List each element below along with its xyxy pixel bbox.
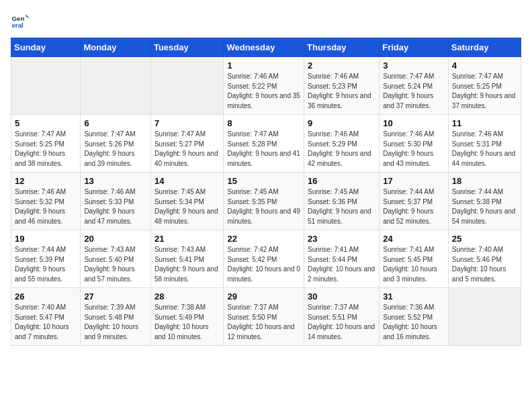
day-number: 17 [383,176,445,186]
day-number: 28 [154,291,220,302]
cell-info: Sunrise: 7:47 AMSunset: 5:26 PMDaylight:… [84,130,135,167]
logo: Gen eral [11,11,31,30]
calendar-cell: 26 Sunrise: 7:40 AMSunset: 5:47 PMDaylig… [11,288,81,346]
weekday-header-monday: Monday [81,38,151,57]
day-number: 23 [308,234,375,244]
calendar-cell: 25 Sunrise: 7:40 AMSunset: 5:46 PMDaylig… [448,230,521,288]
calendar-cell: 1 Sunrise: 7:46 AMSunset: 5:22 PMDayligh… [224,57,304,115]
svg-text:eral: eral [11,21,24,29]
day-number: 3 [383,60,445,71]
cell-info: Sunrise: 7:47 AMSunset: 5:28 PMDaylight:… [227,130,300,167]
calendar-cell: 19 Sunrise: 7:44 AMSunset: 5:39 PMDaylig… [11,230,81,288]
day-number: 27 [84,291,147,302]
day-number: 25 [452,234,517,244]
weekday-header-tuesday: Tuesday [150,38,224,57]
calendar-cell: 15 Sunrise: 7:45 AMSunset: 5:35 PMDaylig… [224,173,304,230]
calendar-cell: 6 Sunrise: 7:47 AMSunset: 5:26 PMDayligh… [81,115,151,173]
calendar-cell: 30 Sunrise: 7:37 AMSunset: 5:51 PMDaylig… [304,288,380,346]
calendar-cell: 7 Sunrise: 7:47 AMSunset: 5:27 PMDayligh… [150,115,224,173]
day-number: 21 [154,234,220,244]
day-number: 10 [383,118,445,128]
day-number: 6 [84,118,147,128]
calendar-cell: 23 Sunrise: 7:41 AMSunset: 5:44 PMDaylig… [304,230,380,288]
day-number: 19 [15,234,77,244]
calendar-cell: 21 Sunrise: 7:43 AMSunset: 5:41 PMDaylig… [150,230,224,288]
cell-info: Sunrise: 7:36 AMSunset: 5:52 PMDaylight:… [383,304,437,340]
day-number: 12 [15,176,77,186]
day-number: 16 [308,176,375,186]
calendar-cell [11,57,81,115]
calendar-cell [81,57,151,115]
calendar-cell [150,57,224,115]
calendar-cell: 17 Sunrise: 7:44 AMSunset: 5:37 PMDaylig… [380,173,449,230]
day-number: 2 [308,60,375,71]
weekday-header-row: SundayMondayTuesdayWednesdayThursdayFrid… [11,38,521,57]
cell-info: Sunrise: 7:45 AMSunset: 5:36 PMDaylight:… [308,188,371,225]
day-number: 29 [227,291,300,302]
calendar-table: SundayMondayTuesdayWednesdayThursdayFrid… [11,38,521,346]
cell-info: Sunrise: 7:43 AMSunset: 5:40 PMDaylight:… [84,246,135,283]
day-number: 7 [154,118,220,128]
cell-info: Sunrise: 7:42 AMSunset: 5:42 PMDaylight:… [227,246,300,283]
calendar-cell: 11 Sunrise: 7:46 AMSunset: 5:31 PMDaylig… [448,115,521,173]
cell-info: Sunrise: 7:40 AMSunset: 5:47 PMDaylight:… [15,304,69,340]
day-number: 24 [383,234,445,244]
page-header: Gen eral [11,11,521,30]
cell-info: Sunrise: 7:46 AMSunset: 5:23 PMDaylight:… [308,73,371,109]
cell-info: Sunrise: 7:43 AMSunset: 5:41 PMDaylight:… [154,246,218,283]
cell-info: Sunrise: 7:46 AMSunset: 5:29 PMDaylight:… [308,130,371,167]
day-number: 30 [308,291,375,302]
weekday-header-wednesday: Wednesday [224,38,304,57]
cell-info: Sunrise: 7:41 AMSunset: 5:45 PMDaylight:… [383,246,437,283]
calendar-cell: 29 Sunrise: 7:37 AMSunset: 5:50 PMDaylig… [224,288,304,346]
calendar-cell: 4 Sunrise: 7:47 AMSunset: 5:25 PMDayligh… [448,57,521,115]
day-number: 31 [383,291,445,302]
calendar-cell: 22 Sunrise: 7:42 AMSunset: 5:42 PMDaylig… [224,230,304,288]
cell-info: Sunrise: 7:47 AMSunset: 5:25 PMDaylight:… [452,73,516,109]
svg-marker-2 [26,15,30,19]
day-number: 22 [227,234,300,244]
calendar-cell: 5 Sunrise: 7:47 AMSunset: 5:25 PMDayligh… [11,115,81,173]
cell-info: Sunrise: 7:44 AMSunset: 5:39 PMDaylight:… [15,246,66,283]
calendar-week-row: 19 Sunrise: 7:44 AMSunset: 5:39 PMDaylig… [11,230,521,288]
cell-info: Sunrise: 7:45 AMSunset: 5:35 PMDaylight:… [227,188,300,225]
calendar-cell: 2 Sunrise: 7:46 AMSunset: 5:23 PMDayligh… [304,57,380,115]
calendar-week-row: 1 Sunrise: 7:46 AMSunset: 5:22 PMDayligh… [11,57,521,115]
cell-info: Sunrise: 7:47 AMSunset: 5:27 PMDaylight:… [154,130,218,167]
day-number: 13 [84,176,147,186]
day-number: 8 [227,118,300,128]
calendar-cell: 12 Sunrise: 7:46 AMSunset: 5:32 PMDaylig… [11,173,81,230]
cell-info: Sunrise: 7:44 AMSunset: 5:38 PMDaylight:… [452,188,516,225]
calendar-cell: 10 Sunrise: 7:46 AMSunset: 5:30 PMDaylig… [380,115,449,173]
cell-info: Sunrise: 7:41 AMSunset: 5:44 PMDaylight:… [308,246,375,283]
calendar-cell: 9 Sunrise: 7:46 AMSunset: 5:29 PMDayligh… [304,115,380,173]
day-number: 1 [227,60,300,71]
cell-info: Sunrise: 7:46 AMSunset: 5:32 PMDaylight:… [15,188,66,225]
day-number: 14 [154,176,220,186]
day-number: 18 [452,176,517,186]
cell-info: Sunrise: 7:47 AMSunset: 5:24 PMDaylight:… [383,73,434,109]
cell-info: Sunrise: 7:38 AMSunset: 5:49 PMDaylight:… [154,304,209,340]
weekday-header-friday: Friday [380,38,449,57]
cell-info: Sunrise: 7:45 AMSunset: 5:34 PMDaylight:… [154,188,218,225]
calendar-cell: 14 Sunrise: 7:45 AMSunset: 5:34 PMDaylig… [150,173,224,230]
day-number: 5 [15,118,77,128]
cell-info: Sunrise: 7:47 AMSunset: 5:25 PMDaylight:… [15,130,66,167]
cell-info: Sunrise: 7:46 AMSunset: 5:31 PMDaylight:… [452,130,516,167]
calendar-cell: 3 Sunrise: 7:47 AMSunset: 5:24 PMDayligh… [380,57,449,115]
day-number: 26 [15,291,77,302]
calendar-cell: 20 Sunrise: 7:43 AMSunset: 5:40 PMDaylig… [81,230,151,288]
calendar-cell: 8 Sunrise: 7:47 AMSunset: 5:28 PMDayligh… [224,115,304,173]
calendar-cell: 18 Sunrise: 7:44 AMSunset: 5:38 PMDaylig… [448,173,521,230]
calendar-week-row: 26 Sunrise: 7:40 AMSunset: 5:47 PMDaylig… [11,288,521,346]
day-number: 9 [308,118,375,128]
calendar-cell: 28 Sunrise: 7:38 AMSunset: 5:49 PMDaylig… [150,288,224,346]
logo-icon: Gen eral [11,11,30,30]
cell-info: Sunrise: 7:46 AMSunset: 5:33 PMDaylight:… [84,188,135,225]
day-number: 20 [84,234,147,244]
cell-info: Sunrise: 7:37 AMSunset: 5:51 PMDaylight:… [308,304,375,340]
weekday-header-sunday: Sunday [11,38,81,57]
cell-info: Sunrise: 7:46 AMSunset: 5:30 PMDaylight:… [383,130,434,167]
cell-info: Sunrise: 7:40 AMSunset: 5:46 PMDaylight:… [452,246,506,283]
calendar-week-row: 5 Sunrise: 7:47 AMSunset: 5:25 PMDayligh… [11,115,521,173]
